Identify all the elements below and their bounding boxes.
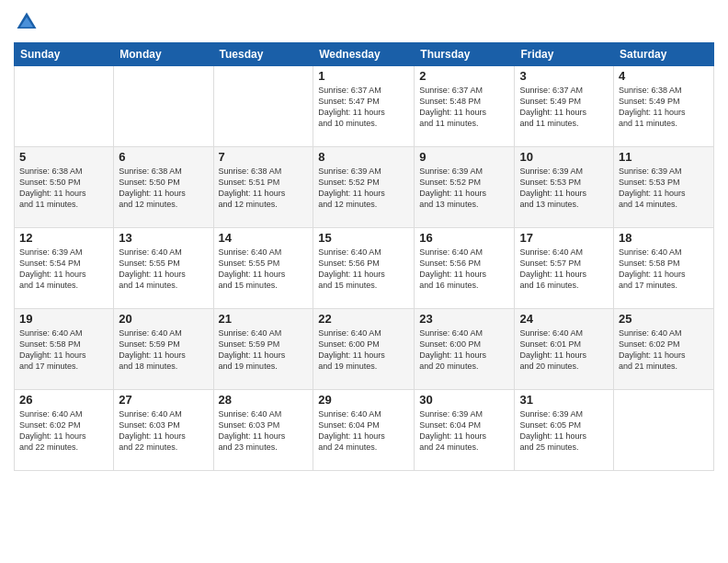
day-cell: 7Sunrise: 6:38 AM Sunset: 5:51 PM Daylig… — [213, 147, 313, 228]
day-number: 6 — [119, 150, 208, 164]
day-number: 31 — [519, 393, 609, 407]
day-cell: 14Sunrise: 6:40 AM Sunset: 5:55 PM Dayli… — [213, 228, 313, 309]
day-cell: 1Sunrise: 6:37 AM Sunset: 5:47 PM Daylig… — [313, 66, 415, 147]
day-number: 27 — [119, 393, 208, 407]
day-cell: 16Sunrise: 6:40 AM Sunset: 5:56 PM Dayli… — [415, 228, 515, 309]
day-number: 23 — [419, 312, 509, 326]
day-number: 18 — [619, 231, 709, 245]
day-number: 9 — [419, 150, 509, 164]
day-number: 12 — [19, 231, 108, 245]
day-cell: 24Sunrise: 6:40 AM Sunset: 6:01 PM Dayli… — [515, 309, 614, 390]
day-number: 16 — [419, 231, 509, 245]
weekday-monday: Monday — [114, 43, 213, 66]
weekday-thursday: Thursday — [415, 43, 515, 66]
day-info: Sunrise: 6:39 AM Sunset: 6:04 PM Dayligh… — [419, 408, 509, 454]
day-cell: 9Sunrise: 6:39 AM Sunset: 5:52 PM Daylig… — [415, 147, 515, 228]
day-cell: 4Sunrise: 6:38 AM Sunset: 5:49 PM Daylig… — [614, 66, 714, 147]
day-info: Sunrise: 6:40 AM Sunset: 5:56 PM Dayligh… — [318, 247, 409, 292]
day-info: Sunrise: 6:40 AM Sunset: 5:58 PM Dayligh… — [19, 327, 108, 373]
weekday-tuesday: Tuesday — [213, 43, 313, 66]
week-row-1: 5Sunrise: 6:38 AM Sunset: 5:50 PM Daylig… — [15, 147, 714, 228]
day-info: Sunrise: 6:40 AM Sunset: 5:59 PM Dayligh… — [119, 327, 208, 373]
weekday-friday: Friday — [515, 43, 614, 66]
day-info: Sunrise: 6:39 AM Sunset: 5:53 PM Dayligh… — [619, 166, 709, 211]
header — [14, 9, 714, 35]
day-info: Sunrise: 6:39 AM Sunset: 5:54 PM Dayligh… — [19, 247, 108, 292]
day-cell: 25Sunrise: 6:40 AM Sunset: 6:02 PM Dayli… — [614, 309, 714, 390]
day-number: 1 — [318, 69, 409, 83]
day-cell — [614, 390, 714, 471]
day-number: 21 — [219, 312, 309, 326]
week-row-3: 19Sunrise: 6:40 AM Sunset: 5:58 PM Dayli… — [15, 309, 714, 390]
day-cell: 20Sunrise: 6:40 AM Sunset: 5:59 PM Dayli… — [114, 309, 213, 390]
day-info: Sunrise: 6:38 AM Sunset: 5:49 PM Dayligh… — [619, 85, 709, 130]
day-number: 10 — [519, 150, 609, 164]
day-info: Sunrise: 6:39 AM Sunset: 5:52 PM Dayligh… — [318, 166, 409, 211]
calendar-table: SundayMondayTuesdayWednesdayThursdayFrid… — [14, 42, 714, 471]
day-info: Sunrise: 6:40 AM Sunset: 5:59 PM Dayligh… — [219, 327, 309, 373]
day-cell: 17Sunrise: 6:40 AM Sunset: 5:57 PM Dayli… — [515, 228, 614, 309]
day-number: 14 — [219, 231, 309, 245]
day-number: 15 — [318, 231, 409, 245]
day-number: 3 — [519, 69, 609, 83]
day-info: Sunrise: 6:40 AM Sunset: 6:03 PM Dayligh… — [219, 408, 309, 454]
day-info: Sunrise: 6:40 AM Sunset: 6:01 PM Dayligh… — [519, 327, 609, 373]
weekday-header-row: SundayMondayTuesdayWednesdayThursdayFrid… — [15, 43, 714, 66]
day-info: Sunrise: 6:40 AM Sunset: 6:00 PM Dayligh… — [419, 327, 509, 373]
day-info: Sunrise: 6:37 AM Sunset: 5:47 PM Dayligh… — [318, 85, 409, 130]
day-info: Sunrise: 6:40 AM Sunset: 6:02 PM Dayligh… — [19, 408, 108, 454]
day-number: 28 — [219, 393, 309, 407]
day-number: 17 — [519, 231, 609, 245]
day-info: Sunrise: 6:40 AM Sunset: 6:02 PM Dayligh… — [619, 327, 709, 373]
day-info: Sunrise: 6:39 AM Sunset: 6:05 PM Dayligh… — [519, 408, 609, 454]
day-cell: 29Sunrise: 6:40 AM Sunset: 6:04 PM Dayli… — [313, 390, 415, 471]
day-cell: 19Sunrise: 6:40 AM Sunset: 5:58 PM Dayli… — [15, 309, 114, 390]
day-cell: 31Sunrise: 6:39 AM Sunset: 6:05 PM Dayli… — [515, 390, 614, 471]
week-row-4: 26Sunrise: 6:40 AM Sunset: 6:02 PM Dayli… — [15, 390, 714, 471]
day-number: 24 — [519, 312, 609, 326]
day-number: 13 — [119, 231, 208, 245]
day-number: 2 — [419, 69, 509, 83]
day-number: 30 — [419, 393, 509, 407]
day-cell: 30Sunrise: 6:39 AM Sunset: 6:04 PM Dayli… — [415, 390, 515, 471]
day-info: Sunrise: 6:39 AM Sunset: 5:53 PM Dayligh… — [519, 166, 609, 211]
day-cell — [114, 66, 213, 147]
day-cell: 2Sunrise: 6:37 AM Sunset: 5:48 PM Daylig… — [415, 66, 515, 147]
day-number: 4 — [619, 69, 709, 83]
day-number: 26 — [19, 393, 108, 407]
day-info: Sunrise: 6:38 AM Sunset: 5:51 PM Dayligh… — [219, 166, 309, 211]
weekday-saturday: Saturday — [614, 43, 714, 66]
page: SundayMondayTuesdayWednesdayThursdayFrid… — [0, 0, 728, 563]
day-cell — [213, 66, 313, 147]
day-number: 8 — [318, 150, 409, 164]
day-cell: 28Sunrise: 6:40 AM Sunset: 6:03 PM Dayli… — [213, 390, 313, 471]
weekday-wednesday: Wednesday — [313, 43, 415, 66]
day-info: Sunrise: 6:38 AM Sunset: 5:50 PM Dayligh… — [19, 166, 108, 211]
day-cell: 8Sunrise: 6:39 AM Sunset: 5:52 PM Daylig… — [313, 147, 415, 228]
day-cell: 27Sunrise: 6:40 AM Sunset: 6:03 PM Dayli… — [114, 390, 213, 471]
day-info: Sunrise: 6:40 AM Sunset: 6:00 PM Dayligh… — [318, 327, 409, 373]
day-cell: 22Sunrise: 6:40 AM Sunset: 6:00 PM Dayli… — [313, 309, 415, 390]
day-info: Sunrise: 6:40 AM Sunset: 5:57 PM Dayligh… — [519, 247, 609, 292]
day-info: Sunrise: 6:40 AM Sunset: 5:55 PM Dayligh… — [219, 247, 309, 292]
day-cell: 12Sunrise: 6:39 AM Sunset: 5:54 PM Dayli… — [15, 228, 114, 309]
day-info: Sunrise: 6:40 AM Sunset: 6:04 PM Dayligh… — [318, 408, 409, 454]
day-info: Sunrise: 6:40 AM Sunset: 6:03 PM Dayligh… — [119, 408, 208, 454]
day-number: 29 — [318, 393, 409, 407]
day-cell: 18Sunrise: 6:40 AM Sunset: 5:58 PM Dayli… — [614, 228, 714, 309]
day-info: Sunrise: 6:39 AM Sunset: 5:52 PM Dayligh… — [419, 166, 509, 211]
logo — [14, 9, 43, 35]
day-info: Sunrise: 6:40 AM Sunset: 5:56 PM Dayligh… — [419, 247, 509, 292]
day-cell: 5Sunrise: 6:38 AM Sunset: 5:50 PM Daylig… — [15, 147, 114, 228]
logo-icon — [14, 9, 40, 35]
day-cell: 13Sunrise: 6:40 AM Sunset: 5:55 PM Dayli… — [114, 228, 213, 309]
day-number: 20 — [119, 312, 208, 326]
day-number: 11 — [619, 150, 709, 164]
week-row-0: 1Sunrise: 6:37 AM Sunset: 5:47 PM Daylig… — [15, 66, 714, 147]
day-cell: 11Sunrise: 6:39 AM Sunset: 5:53 PM Dayli… — [614, 147, 714, 228]
day-cell: 23Sunrise: 6:40 AM Sunset: 6:00 PM Dayli… — [415, 309, 515, 390]
day-cell: 6Sunrise: 6:38 AM Sunset: 5:50 PM Daylig… — [114, 147, 213, 228]
day-info: Sunrise: 6:37 AM Sunset: 5:49 PM Dayligh… — [519, 85, 609, 130]
day-cell: 15Sunrise: 6:40 AM Sunset: 5:56 PM Dayli… — [313, 228, 415, 309]
day-cell: 21Sunrise: 6:40 AM Sunset: 5:59 PM Dayli… — [213, 309, 313, 390]
